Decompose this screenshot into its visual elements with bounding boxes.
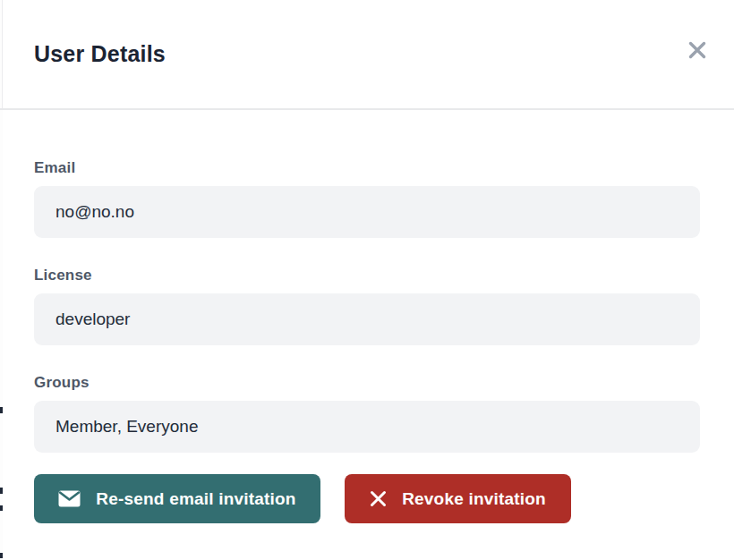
email-label: Email — [34, 159, 700, 177]
close-icon — [687, 39, 708, 64]
action-buttons-row: Re-send email invitation Revoke invitati… — [34, 474, 700, 523]
resend-invitation-label: Re-send email invitation — [96, 489, 295, 509]
background-text-sliver — [0, 553, 3, 558]
envelope-icon — [58, 490, 81, 507]
background-text-sliver — [0, 488, 3, 494]
groups-value: Member, Everyone — [55, 417, 198, 437]
license-value: developer — [55, 310, 130, 329]
x-icon — [370, 490, 387, 507]
screen: User Details Email no@no.no License deve… — [0, 0, 734, 560]
email-field: no@no.no — [34, 186, 700, 238]
background-text-sliver — [0, 407, 3, 413]
modal-header: User Details — [3, 0, 734, 108]
groups-field-group: Groups Member, Everyone — [34, 374, 700, 453]
groups-label: Groups — [34, 374, 700, 392]
close-button[interactable] — [684, 38, 711, 64]
modal-body: Email no@no.no License developer Groups … — [34, 159, 700, 523]
license-field-group: License developer — [34, 267, 700, 345]
page-title: User Details — [34, 41, 166, 67]
license-label: License — [34, 267, 700, 284]
revoke-invitation-button[interactable]: Revoke invitation — [345, 474, 571, 523]
license-field: developer — [34, 293, 700, 345]
groups-field: Member, Everyone — [34, 401, 700, 453]
revoke-invitation-label: Revoke invitation — [402, 489, 546, 509]
email-field-group: Email no@no.no — [34, 159, 700, 238]
header-divider — [0, 108, 734, 110]
email-value: no@no.no — [55, 202, 134, 222]
background-text-sliver — [0, 505, 3, 511]
resend-invitation-button[interactable]: Re-send email invitation — [34, 474, 320, 523]
